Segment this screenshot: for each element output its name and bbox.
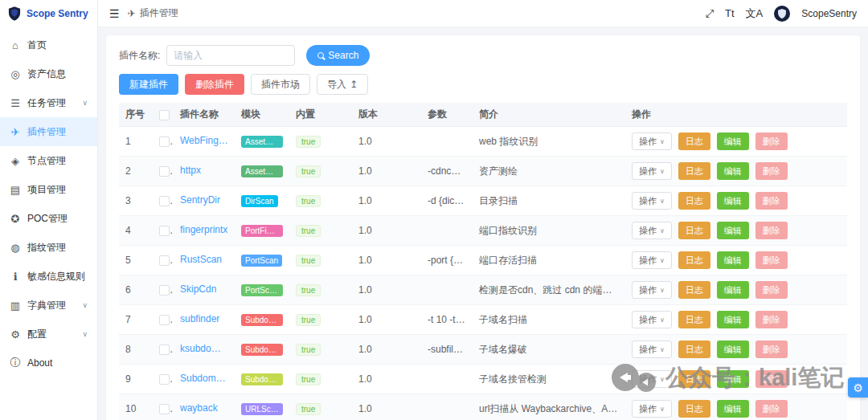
edit-button[interactable]: 编辑 (717, 192, 749, 210)
plugin-name-link[interactable]: wayback (180, 402, 218, 414)
sidebar-item-project-management[interactable]: ▤ 项目管理 (0, 175, 97, 204)
delete-button[interactable]: 删除 (755, 370, 788, 388)
upload-icon: ↥ (350, 79, 358, 90)
row-actions-dropdown[interactable]: 操作 ∨ (632, 251, 672, 269)
row-index: 5 (119, 246, 153, 275)
edit-button[interactable]: 编辑 (717, 251, 749, 269)
sidebar-item-fingerprint-management[interactable]: ◍ 指纹管理 (0, 233, 97, 262)
params-cell (421, 275, 473, 305)
plugin-name-input[interactable] (166, 45, 295, 66)
row-checkbox[interactable] (159, 166, 170, 177)
sidebar-item-task-management[interactable]: ☰ 任务管理 ∨ (0, 88, 97, 117)
plugin-name-link[interactable]: SubdomainT... (180, 373, 228, 384)
edit-button[interactable]: 编辑 (717, 370, 749, 388)
row-actions-dropdown[interactable]: 操作 ∨ (632, 340, 672, 358)
sidebar-item-asset-info[interactable]: ◎ 资产信息 (0, 59, 97, 88)
version-cell: 1.0 (352, 275, 421, 305)
row-checkbox[interactable] (159, 255, 170, 266)
edit-button[interactable]: 编辑 (717, 340, 749, 358)
sidebar-item-sensitive-info-rules[interactable]: ℹ 敏感信息规则 (0, 262, 97, 291)
row-actions-dropdown[interactable]: 操作 ∨ (632, 400, 672, 418)
app-logo[interactable]: Scope Sentry (0, 0, 97, 27)
node-icon: ◈ (10, 155, 21, 167)
delete-button[interactable]: 删除 (755, 222, 788, 239)
delete-button[interactable]: 删除 (755, 251, 788, 269)
edit-button[interactable]: 编辑 (717, 162, 749, 180)
edit-button[interactable]: 编辑 (717, 400, 749, 418)
plugin-name-link[interactable]: ksubdomain (180, 343, 228, 354)
sidebar-item-home[interactable]: ⌂ 首页 (0, 31, 97, 59)
delete-button[interactable]: 删除 (755, 192, 788, 210)
log-button[interactable]: 日志 (678, 340, 710, 358)
row-actions-dropdown[interactable]: 操作 ∨ (632, 222, 672, 239)
delete-button[interactable]: 删除 (755, 400, 788, 418)
avatar[interactable] (774, 6, 790, 22)
delete-button[interactable]: 删除 (755, 340, 788, 358)
log-button[interactable]: 日志 (678, 251, 710, 269)
search-button[interactable]: Search (306, 45, 370, 66)
select-all-checkbox[interactable] (159, 110, 170, 120)
sidebar-item-config[interactable]: ⚙ 配置 ∨ (0, 320, 97, 349)
edit-button[interactable]: 编辑 (717, 133, 749, 150)
log-button[interactable]: 日志 (678, 311, 710, 328)
plugin-name-link[interactable]: RustScan (180, 254, 222, 265)
row-checkbox[interactable] (159, 226, 170, 236)
table-row: 10 wayback URLScan true 1.0 url扫描从 Wayba… (119, 394, 847, 420)
sidebar-item-dictionary-management[interactable]: ▥ 字典管理 ∨ (0, 291, 97, 320)
row-actions-dropdown[interactable]: 操作 ∨ (632, 370, 672, 388)
plugin-name-link[interactable]: SkipCdn (180, 283, 216, 295)
collapse-sidebar-icon[interactable]: ☰ (109, 7, 120, 20)
row-checkbox[interactable] (159, 404, 170, 414)
log-button[interactable]: 日志 (678, 400, 710, 418)
sidebar-item-plugin-management[interactable]: ✈ 插件管理 (0, 117, 97, 146)
sidebar-item-node-management[interactable]: ◈ 节点管理 (0, 146, 97, 175)
row-checkbox[interactable] (159, 315, 170, 325)
language-icon[interactable]: 文A (746, 6, 764, 21)
sidebar-item-about[interactable]: ⓘ About (0, 349, 97, 377)
log-button[interactable]: 日志 (678, 281, 710, 299)
plugin-name-link[interactable]: subfinder (180, 313, 219, 324)
row-checkbox[interactable] (159, 196, 170, 206)
row-actions-dropdown[interactable]: 操作 ∨ (632, 311, 672, 328)
edit-button[interactable]: 编辑 (717, 281, 749, 299)
delete-button[interactable]: 删除 (755, 162, 788, 180)
sidebar-item-poc-management[interactable]: ✪ POC管理 (0, 204, 97, 233)
delete-button[interactable]: 删除 (755, 311, 788, 328)
row-checkbox[interactable] (159, 345, 170, 355)
delete-plugin-button[interactable]: 删除插件 (185, 74, 244, 95)
row-actions-dropdown[interactable]: 操作 ∨ (632, 162, 672, 180)
sidebar-item-label: 敏感信息规则 (27, 270, 85, 283)
log-button[interactable]: 日志 (678, 370, 710, 388)
new-plugin-button[interactable]: 新建插件 (119, 74, 178, 95)
row-actions-dropdown[interactable]: 操作 ∨ (632, 192, 672, 210)
plugin-market-button[interactable]: 插件市场 (251, 74, 310, 95)
font-size-icon[interactable]: Tt (725, 7, 735, 19)
plugin-name-link[interactable]: SentryDir (180, 194, 220, 206)
row-checkbox[interactable] (159, 137, 170, 147)
delete-button[interactable]: 删除 (755, 281, 788, 299)
version-cell: 1.0 (352, 127, 421, 157)
edit-button[interactable]: 编辑 (717, 222, 749, 239)
log-button[interactable]: 日志 (678, 192, 710, 210)
plugin-name-link[interactable]: httpx (180, 165, 201, 176)
fullscreen-icon[interactable]: ⤢ (706, 7, 714, 20)
row-checkbox[interactable] (159, 285, 170, 296)
chevron-down-icon: ∨ (660, 287, 665, 294)
params-cell (421, 127, 473, 157)
log-button[interactable]: 日志 (678, 222, 710, 239)
builtin-tag: true (296, 344, 321, 356)
edit-button[interactable]: 编辑 (717, 311, 749, 328)
settings-float-button[interactable]: ⚙ (848, 377, 868, 398)
project-icon: ▤ (10, 184, 21, 196)
plugin-name-link[interactable]: fingerprintx (180, 224, 227, 235)
row-actions-dropdown[interactable]: 操作 ∨ (632, 281, 672, 299)
log-button[interactable]: 日志 (678, 162, 710, 180)
chevron-down-icon: ∨ (660, 406, 665, 413)
row-actions-dropdown[interactable]: 操作 ∨ (632, 133, 672, 150)
plugin-name-link[interactable]: WebFingerp... (180, 135, 228, 146)
delete-button[interactable]: 删除 (755, 133, 788, 150)
username: ScopeSentry (801, 8, 857, 19)
row-checkbox[interactable] (159, 374, 170, 385)
log-button[interactable]: 日志 (678, 133, 710, 150)
import-button[interactable]: 导入 ↥ (317, 74, 368, 95)
